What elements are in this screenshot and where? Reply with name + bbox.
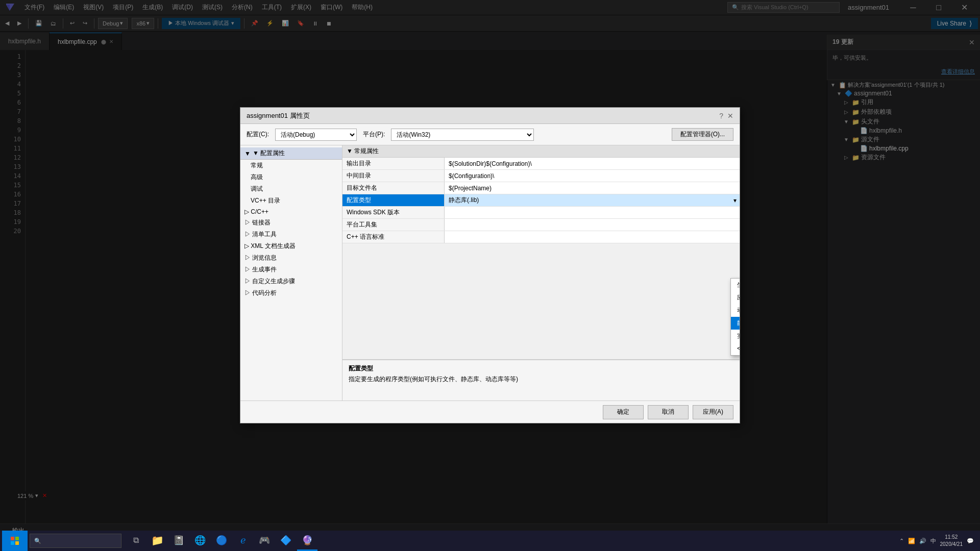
dropdown-item-inherit[interactable]: <从父级或项目默认设置继承> (731, 342, 740, 355)
property-panel: ▼ 常规属性 输出目录 $(SolutionDir)$(Configuratio… (342, 145, 740, 400)
prop-row-output-dir: 输出目录 $(SolutionDir)$(Configuration)\ (342, 158, 740, 170)
network-icon: 📶 (908, 538, 915, 544)
prop-section-label: ▼ 常规属性 (347, 147, 379, 156)
taskbar-chrome[interactable]: 🔵 (211, 531, 232, 551)
dropdown-item-utility[interactable]: 实用工具 (731, 330, 740, 342)
prop-value-config-type: 静态库(.lib) (445, 194, 730, 206)
prop-name-config-type: 配置类型 (342, 194, 445, 206)
prop-value-platform-toolset[interactable] (445, 219, 740, 231)
chrome-icon: 🔵 (216, 535, 227, 546)
prop-item-general[interactable]: 常规 (240, 160, 342, 171)
taskbar-task-view[interactable]: ⧉ (126, 531, 146, 551)
dialog-footer: 确定 取消 应用(A) (240, 400, 740, 423)
prop-subsec-browse[interactable]: ▷ 浏览信息 (240, 252, 342, 264)
dialog-title-controls: ? ✕ (719, 112, 733, 120)
prop-item-debug[interactable]: 调试 (240, 183, 342, 195)
dialog-body: ▼ ▼ 配置属性 常规 高级 调试 VC++ 目录 ▷ C/C++ ▷ 链接器 … (240, 145, 740, 400)
prop-value-int-dir[interactable]: $(Configuration)\ (445, 170, 740, 182)
prop-subsec-linker[interactable]: ▷ 链接器 (240, 217, 342, 229)
start-button[interactable] (2, 531, 28, 551)
unity-icon: 🎮 (259, 535, 270, 546)
dropdown-item-exe[interactable]: 应用程序(.exe) (731, 291, 740, 304)
dialog-titlebar: assignment01 属性页 ? ✕ (240, 108, 740, 124)
section-arrow: ▼ (244, 150, 251, 157)
config-type-dropdown: 生成文件 应用程序(.exe) 动态库(.dll) 静态库(.lib) 实用工具… (730, 278, 740, 356)
dialog-help-icon[interactable]: ? (719, 112, 723, 120)
systray-up-arrow[interactable]: ⌃ (899, 538, 904, 544)
taskbar-vs-blue[interactable]: 🔷 (276, 531, 296, 551)
prop-subsec-manifest[interactable]: ▷ 清单工具 (240, 229, 342, 240)
config-manager-button[interactable]: 配置管理器(O)... (672, 128, 733, 141)
task-view-icon: ⧉ (133, 536, 139, 545)
prop-value-output-dir[interactable]: $(SolutionDir)$(Configuration)\ (445, 158, 740, 169)
svg-rect-2 (11, 541, 14, 545)
taskbar-edge[interactable]: ℯ (233, 531, 253, 551)
browser-icon: 🌐 (194, 535, 206, 546)
taskbar-browser[interactable]: 🌐 (190, 531, 210, 551)
vs-blue-icon: 🔷 (280, 535, 291, 546)
taskbar-apps: ⧉ 📁 📓 🌐 🔵 ℯ 🎮 🔷 🔮 (126, 531, 317, 551)
config-props-section[interactable]: ▼ ▼ 配置属性 (240, 147, 342, 160)
property-grid: ▼ 常规属性 输出目录 $(SolutionDir)$(Configuratio… (342, 145, 740, 360)
prop-value-win-sdk[interactable] (445, 207, 740, 218)
prop-subsec-code-analysis[interactable]: ▷ 代码分析 (240, 287, 342, 299)
prop-name-platform-toolset: 平台工具集 (342, 219, 445, 231)
prop-item-vcpp-dir[interactable]: VC++ 目录 (240, 195, 342, 207)
input-lang[interactable]: 中 (930, 537, 936, 545)
prop-name-target-name: 目标文件名 (342, 182, 445, 194)
notification-center[interactable]: 💬 (967, 538, 974, 544)
prop-subsec-xml[interactable]: ▷ XML 文档生成器 (240, 240, 342, 252)
section-label: ▼ 配置属性 (253, 149, 285, 158)
property-description: 配置类型 指定要生成的程序类型(例如可执行文件、静态库、动态库等等) (342, 360, 740, 400)
dropdown-item-dll[interactable]: 动态库(.dll) (731, 304, 740, 317)
taskbar-sys-tray: ⌃ 📶 🔊 中 11:52 2020/4/21 💬 (895, 534, 978, 548)
ok-button[interactable]: 确定 (603, 405, 644, 419)
onenote-icon: 📓 (173, 535, 184, 546)
dropdown-item-makefile[interactable]: 生成文件 (731, 279, 740, 291)
taskbar-vs-purple[interactable]: 🔮 (297, 531, 317, 551)
taskbar-onenote[interactable]: 📓 (168, 531, 189, 551)
taskbar-search[interactable]: 🔍 (30, 534, 121, 548)
prop-name-output-dir: 输出目录 (342, 158, 445, 169)
taskbar-file-explorer[interactable]: 📁 (147, 531, 167, 551)
prop-desc-text: 指定要生成的程序类型(例如可执行文件、静态库、动态库等等) (349, 375, 733, 384)
config-label: 配置(C): (247, 130, 269, 139)
prop-name-int-dir: 中间目录 (342, 170, 445, 182)
prop-row-cpp-std: C++ 语言标准 (342, 231, 740, 243)
clock-date: 2020/4/21 (940, 541, 963, 548)
svg-rect-3 (15, 541, 19, 545)
prop-section-header: ▼ 常规属性 (342, 145, 740, 158)
taskbar: 🔍 ⧉ 📁 📓 🌐 🔵 ℯ 🎮 🔷 🔮 ⌃ 📶 (0, 531, 980, 551)
clock-time: 11:52 (940, 534, 963, 541)
dialog-title: assignment01 属性页 (247, 111, 719, 120)
dropdown-item-lib[interactable]: 静态库(.lib) (731, 317, 740, 330)
svg-rect-1 (15, 537, 19, 540)
prop-value-target-name[interactable]: $(ProjectName) (445, 182, 740, 194)
file-explorer-icon: 📁 (151, 534, 164, 546)
prop-subsec-cpp[interactable]: ▷ C/C++ (240, 207, 342, 217)
prop-name-win-sdk: Windows SDK 版本 (342, 207, 445, 218)
prop-subsec-custom-build[interactable]: ▷ 自定义生成步骤 (240, 276, 342, 287)
prop-row-target-name: 目标文件名 $(ProjectName) (342, 182, 740, 194)
prop-name-cpp-std: C++ 语言标准 (342, 231, 445, 243)
dialog-config-bar: 配置(C): 活动(Debug) 平台(P): 活动(Win32) 配置管理器(… (240, 124, 740, 145)
config-select[interactable]: 活动(Debug) (275, 129, 357, 141)
prop-value-config-type-container[interactable]: 静态库(.lib) ▾ (445, 194, 740, 206)
config-type-dropdown-arrow[interactable]: ▾ (730, 195, 740, 206)
sound-icon: 🔊 (919, 538, 926, 544)
edge-icon: ℯ (240, 535, 246, 546)
system-clock[interactable]: 11:52 2020/4/21 (940, 534, 963, 548)
dialog-overlay: assignment01 属性页 ? ✕ 配置(C): 活动(Debug) 平台… (0, 0, 980, 531)
prop-row-int-dir: 中间目录 $(Configuration)\ (342, 170, 740, 182)
prop-item-advanced[interactable]: 高级 (240, 171, 342, 183)
taskbar-search-icon: 🔍 (34, 538, 41, 544)
platform-select[interactable]: 活动(Win32) (391, 129, 534, 141)
property-tree: ▼ ▼ 配置属性 常规 高级 调试 VC++ 目录 ▷ C/C++ ▷ 链接器 … (240, 145, 342, 400)
prop-subsec-build-events[interactable]: ▷ 生成事件 (240, 264, 342, 276)
project-properties-dialog: assignment01 属性页 ? ✕ 配置(C): 活动(Debug) 平台… (240, 107, 740, 423)
taskbar-unity[interactable]: 🎮 (254, 531, 275, 551)
apply-button[interactable]: 应用(A) (693, 405, 733, 419)
prop-value-cpp-std[interactable] (445, 231, 740, 243)
cancel-button[interactable]: 取消 (648, 405, 689, 419)
dialog-close-icon[interactable]: ✕ (727, 112, 733, 120)
